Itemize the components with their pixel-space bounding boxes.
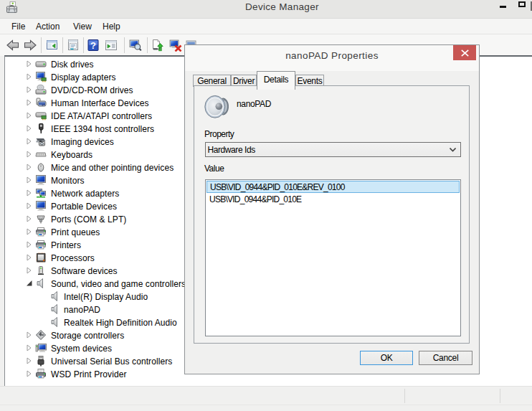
svg-text:?: ?	[90, 40, 96, 51]
